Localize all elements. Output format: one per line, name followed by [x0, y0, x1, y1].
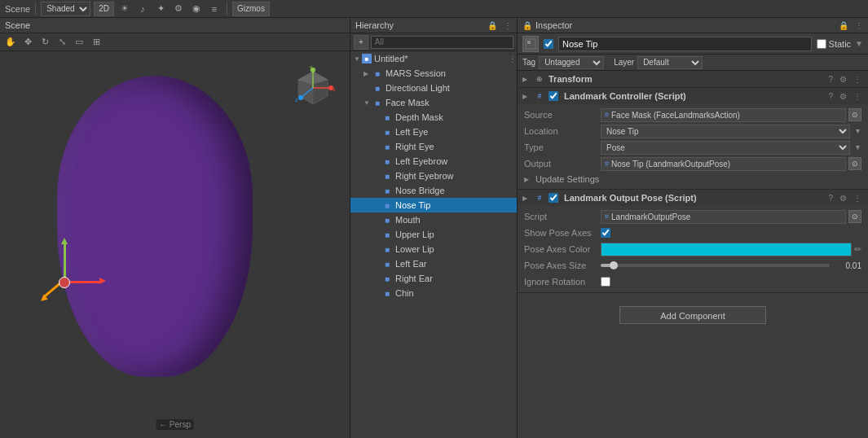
hidden-icon[interactable]: ◉ — [189, 2, 204, 16]
tree-label-nosebridge: Nose Bridge — [395, 186, 445, 195]
transform-icon[interactable]: ⊞ — [89, 35, 104, 50]
hierarchy-panel: Hierarchy 🔒 ⋮ + ▼ ■ Untitled* ⋮ ▶ ■ MARS… — [350, 18, 518, 438]
lc-arrow-icon: ▶ — [522, 93, 531, 100]
lo-more-btn[interactable]: ⋮ — [852, 194, 863, 203]
inspector-lock-icon[interactable]: 🔒 — [839, 21, 848, 30]
output-picker-btn[interactable]: ⊙ — [848, 157, 861, 170]
hierarchy-more-icon[interactable]: ⋮ — [504, 21, 512, 30]
tag-select[interactable]: Untagged — [539, 56, 604, 69]
tree-item-nosetip[interactable]: ■ Nose Tip — [350, 198, 517, 212]
tree-icon-leftear: ■ — [381, 258, 393, 269]
persp-label: ← Persp — [156, 419, 194, 430]
transform-actions: ? ⚙ ⋮ — [826, 75, 863, 84]
effects-icon[interactable]: ✦ — [153, 2, 168, 16]
tree-icon-righteye: ■ — [381, 141, 393, 152]
script-text: LandmarkOutputPose — [611, 212, 690, 221]
head-mesh — [57, 76, 253, 377]
scale-icon[interactable]: ⤡ — [55, 35, 69, 50]
tree-item-rightear[interactable]: ■ Right Ear — [350, 271, 517, 286]
landmark-output-header[interactable]: ▶ # Landmark Output Pose (Script) ? ⚙ ⋮ — [518, 190, 868, 206]
type-select[interactable]: Pose — [601, 141, 850, 155]
light-icon[interactable]: ☀ — [117, 2, 132, 16]
orientation-gizmo[interactable]: x y z — [284, 59, 341, 116]
tree-item-lefteye[interactable]: ■ Left Eye — [350, 125, 517, 139]
update-settings-row[interactable]: ▶ Update Settings — [518, 172, 868, 186]
lc-help-btn[interactable]: ? — [826, 92, 835, 101]
tree-item-chin[interactable]: ■ Chin — [350, 286, 517, 300]
hierarchy-add-btn[interactable]: + — [354, 35, 368, 50]
tree-item-lowerlip[interactable]: ■ Lower Lip — [350, 242, 517, 256]
pose-size-value: 0.01 — [601, 261, 861, 270]
lo-actions: ? ⚙ ⋮ — [826, 194, 863, 203]
layer-select[interactable]: Default — [637, 56, 703, 69]
script-picker-btn[interactable]: ⊙ — [848, 210, 861, 223]
2d-btn[interactable]: 2D — [94, 2, 114, 16]
static-dropdown-icon[interactable]: ▼ — [855, 39, 863, 48]
transform-component-icon: ⊕ — [534, 73, 545, 85]
static-label: Static — [829, 39, 852, 49]
object-active-checkbox[interactable] — [544, 39, 553, 49]
inspector-more-icon[interactable]: ⋮ — [855, 21, 863, 30]
stats-icon[interactable]: ≡ — [207, 2, 222, 16]
show-pose-checkbox[interactable] — [601, 228, 610, 238]
transform-arrow-icon: ▶ — [522, 76, 531, 83]
eyedropper-icon[interactable]: ✏ — [854, 244, 861, 255]
tree-item-lefteyebrow[interactable]: ■ Left Eyebrow — [350, 154, 517, 169]
tree-item-mars[interactable]: ▶ ■ MARS Session — [350, 66, 517, 81]
add-component-container: Add Component — [518, 293, 868, 337]
gizmo-btn[interactable]: Gizmos — [232, 2, 270, 16]
hand-icon[interactable]: ✋ — [3, 35, 18, 50]
tree-item-mouth[interactable]: ■ Mouth — [350, 212, 517, 227]
tree-item-dirlight[interactable]: ■ Directional Light — [350, 81, 517, 95]
source-picker-btn[interactable]: ⊙ — [848, 108, 861, 121]
tree-arrow-facemask: ▼ — [364, 99, 372, 107]
lc-actions: ? ⚙ ⋮ — [826, 92, 863, 101]
lo-active-checkbox[interactable] — [549, 193, 558, 203]
landmark-controller-section: ▶ # Landmark Controller (Script) ? ⚙ ⋮ S… — [518, 88, 868, 190]
transform-gizmo — [24, 243, 106, 324]
location-select[interactable]: Nose Tip — [601, 125, 850, 138]
tree-more-untitled[interactable]: ⋮ — [509, 55, 517, 64]
object-name-input[interactable] — [558, 37, 812, 51]
tree-item-untitled[interactable]: ▼ ■ Untitled* ⋮ — [350, 51, 517, 66]
shaded-select[interactable]: Shaded — [41, 2, 90, 16]
audio-icon[interactable]: ♪ — [135, 2, 150, 16]
add-component-btn[interactable]: Add Component — [619, 306, 766, 324]
script-field-icon: # — [605, 212, 609, 221]
lo-gear-btn[interactable]: ⚙ — [838, 194, 848, 203]
rotate-icon[interactable]: ↻ — [37, 35, 52, 50]
tree-item-facemask[interactable]: ▼ ■ Face Mask — [350, 95, 517, 110]
tree-item-upperlip[interactable]: ■ Upper Lip — [350, 227, 517, 242]
pose-size-slider[interactable]: 0.01 — [601, 261, 861, 270]
transform-more-btn[interactable]: ⋮ — [852, 75, 863, 84]
tree-item-righteyebrow[interactable]: ■ Right Eyebrow — [350, 169, 517, 183]
tree-item-depthmask[interactable]: ■ Depth Mask — [350, 110, 517, 125]
tree-arrow: ▼ — [354, 55, 362, 63]
tree-item-righteye[interactable]: ■ Right Eye — [350, 139, 517, 154]
hierarchy-lock-icon[interactable]: 🔒 — [487, 21, 497, 30]
output-field-icon: # — [605, 160, 609, 168]
ignore-rot-checkbox[interactable] — [601, 277, 610, 287]
transform-header[interactable]: ▶ ⊕ Transform ? ⚙ ⋮ — [518, 71, 868, 87]
render-icon[interactable]: ⚙ — [171, 2, 186, 16]
move-icon[interactable]: ✥ — [20, 35, 35, 50]
transform-gear-btn[interactable]: ⚙ — [838, 75, 848, 84]
lo-help-btn[interactable]: ? — [826, 194, 835, 203]
hierarchy-toolbar: + — [350, 33, 517, 51]
tree-item-leftear[interactable]: ■ Left Ear — [350, 256, 517, 271]
hierarchy-search[interactable] — [371, 36, 513, 49]
lc-gear-btn[interactable]: ⚙ — [838, 92, 848, 101]
scene-label: Scene — [5, 4, 30, 14]
scene-viewport[interactable]: x y z ← Persp — [0, 51, 350, 438]
rect-icon[interactable]: ▭ — [72, 35, 86, 50]
lc-more-btn[interactable]: ⋮ — [852, 92, 863, 101]
landmark-controller-header[interactable]: ▶ # Landmark Controller (Script) ? ⚙ ⋮ — [518, 88, 868, 104]
pose-color-preview[interactable] — [601, 243, 852, 256]
tree-item-nosebridge[interactable]: ■ Nose Bridge — [350, 183, 517, 198]
tree-label-depthmask: Depth Mask — [395, 112, 443, 122]
tree-icon-dirlight: ■ — [372, 82, 383, 94]
lc-active-checkbox[interactable] — [549, 91, 558, 101]
transform-help-btn[interactable]: ? — [826, 75, 835, 84]
tree-label-nosetip: Nose Tip — [395, 200, 430, 210]
static-checkbox[interactable] — [817, 39, 826, 49]
